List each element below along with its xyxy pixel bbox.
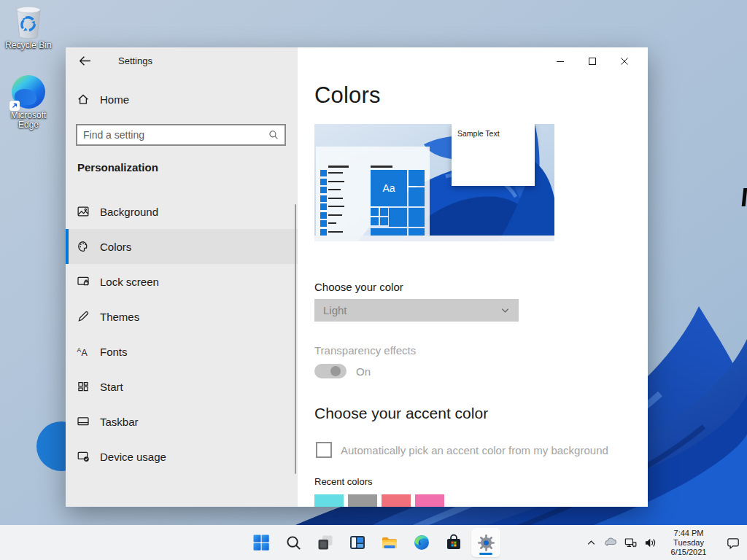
widgets-icon — [349, 534, 366, 551]
sidebar-item-label: Lock screen — [100, 276, 159, 288]
sidebar-item-label: Colors — [100, 241, 131, 253]
colors-icon — [77, 240, 90, 253]
accent-color-heading: Choose your accent color — [314, 405, 488, 422]
search-button[interactable] — [279, 528, 308, 557]
clock-date: 6/15/2021 — [666, 548, 711, 557]
home-icon — [77, 93, 90, 106]
settings-gear-icon — [477, 534, 495, 552]
widgets-button[interactable] — [343, 528, 372, 557]
sidebar-item-label: Background — [100, 206, 158, 218]
preview-sample-card: Sample Text — [452, 124, 535, 186]
window-controls — [544, 52, 640, 71]
sidebar-item-label: Device usage — [100, 451, 166, 463]
settings-window: Settings Home Personalization — [66, 47, 648, 507]
sidebar-item-label: Start — [100, 381, 123, 393]
colors-preview-image: Aa Sample Text — [314, 124, 554, 241]
search-icon — [285, 534, 302, 551]
background-icon — [77, 205, 90, 218]
taskbar-icon — [77, 415, 90, 428]
color-swatch-salmon[interactable] — [382, 494, 411, 507]
search-box — [76, 124, 286, 146]
sidebar-item-background[interactable]: Background — [66, 194, 298, 229]
auto-accent-checkbox[interactable] — [316, 442, 332, 458]
device-usage-icon — [77, 450, 90, 463]
svg-text:A: A — [82, 348, 88, 358]
tray-onedrive-cloud-icon[interactable] — [604, 536, 617, 549]
dropdown-value: Light — [323, 304, 347, 316]
sidebar-item-colors[interactable]: Colors — [66, 229, 298, 264]
desktop-icon-microsoft-edge[interactable]: Microsoft Edge — [1, 74, 55, 130]
sidebar-item-device-usage[interactable]: Device usage — [66, 439, 298, 474]
auto-accent-label: Automatically pick an accent color from … — [341, 444, 608, 456]
search-icon[interactable] — [268, 130, 279, 140]
sidebar-item-label: Themes — [100, 311, 139, 323]
preview-taskbar — [314, 236, 554, 241]
page-title: Colors — [314, 82, 381, 109]
desktop-icon-recycle-bin[interactable]: Recycle Bin — [1, 4, 55, 50]
sidebar-item-fonts[interactable]: A A Fonts — [66, 334, 298, 369]
toggle-knob — [330, 366, 341, 376]
microsoft-store-icon — [445, 534, 462, 551]
tray-network-icon[interactable] — [624, 536, 637, 549]
maximize-button[interactable] — [576, 52, 608, 71]
clock-time: 7:44 PM — [666, 529, 711, 538]
transparency-label: Transparency effects — [314, 344, 416, 357]
home-label: Home — [100, 93, 129, 106]
sidebar-nav: Background Colors Lock screen — [66, 194, 298, 474]
sample-text: Sample Text — [457, 129, 500, 138]
edge-icon — [11, 74, 46, 109]
color-mode-dropdown[interactable]: Light — [314, 299, 519, 322]
sidebar-section-heading: Personalization — [77, 161, 158, 174]
preview-aa-tile: Aa — [371, 170, 407, 206]
color-swatch-turquoise[interactable] — [314, 494, 344, 507]
recent-colors-label: Recent colors — [314, 476, 372, 487]
notification-center-icon[interactable] — [727, 536, 740, 549]
transparency-toggle[interactable] — [314, 364, 347, 378]
edge-icon — [413, 534, 430, 551]
themes-icon — [77, 310, 90, 323]
task-view-icon — [317, 534, 334, 551]
minimize-button[interactable] — [544, 52, 576, 71]
tray-volume-icon[interactable] — [643, 536, 657, 549]
sidebar-item-taskbar[interactable]: Taskbar — [66, 404, 298, 439]
sidebar-item-start[interactable]: Start — [66, 369, 298, 404]
color-swatch-gray[interactable] — [348, 494, 377, 507]
store-button[interactable] — [439, 528, 468, 557]
system-tray: 7:44 PM Tuesday 6/15/2021 — [584, 525, 740, 560]
sidebar-item-themes[interactable]: Themes — [66, 299, 298, 334]
window-title: Settings — [118, 55, 152, 66]
close-button[interactable] — [608, 52, 640, 71]
toggle-state-label: On — [356, 365, 371, 378]
recycle-bin-icon — [11, 4, 46, 39]
desktop-icon-label: Recycle Bin — [1, 41, 55, 50]
recent-colors-swatches — [314, 494, 444, 507]
back-button[interactable] — [77, 53, 93, 68]
edge-button[interactable] — [407, 528, 436, 557]
clock-day: Tuesday — [666, 538, 711, 548]
choose-color-label: Choose your color — [314, 281, 403, 293]
chevron-down-icon — [500, 306, 510, 315]
start-button[interactable] — [247, 528, 276, 557]
color-swatch-pink[interactable] — [415, 494, 444, 507]
sidebar-item-label: Fonts — [100, 346, 128, 358]
desktop-icon-label: Microsoft Edge — [1, 111, 55, 130]
windows-start-icon — [252, 534, 270, 551]
tray-chevron-up-icon[interactable] — [584, 536, 597, 549]
start-icon — [77, 380, 90, 393]
file-explorer-icon — [381, 534, 398, 551]
settings-button[interactable] — [471, 528, 500, 557]
sidebar-item-label: Taskbar — [100, 416, 139, 428]
sidebar-item-lock-screen[interactable]: Lock screen — [66, 264, 298, 299]
shortcut-arrow-icon — [9, 101, 20, 111]
sidebar-scrollbar[interactable] — [295, 204, 296, 474]
settings-content: Colors — [298, 47, 648, 507]
settings-sidebar: Settings Home Personalization — [66, 47, 298, 507]
file-explorer-button[interactable] — [375, 528, 404, 557]
sidebar-item-home[interactable]: Home — [77, 93, 129, 106]
taskbar-center-icons — [247, 528, 500, 557]
lock-screen-icon — [77, 275, 90, 288]
task-view-button[interactable] — [311, 528, 340, 557]
taskbar-clock[interactable]: 7:44 PM Tuesday 6/15/2021 — [663, 529, 714, 557]
fonts-icon: A A — [77, 345, 90, 358]
search-input[interactable] — [77, 129, 268, 141]
